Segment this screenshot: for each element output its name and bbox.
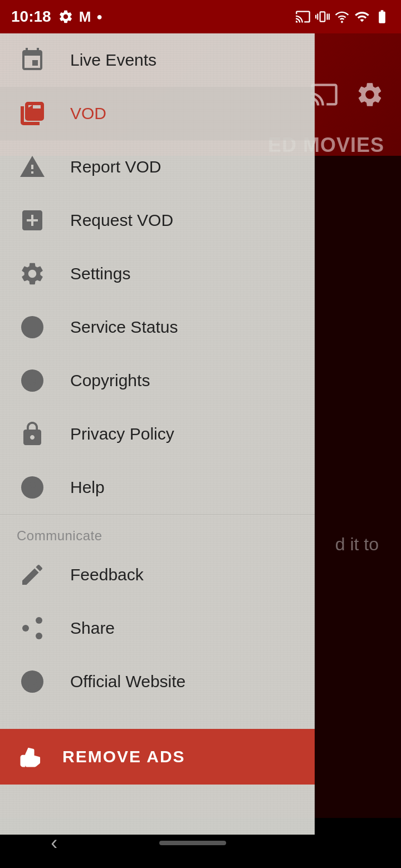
- remove-ads-button[interactable]: REMOVE ADS: [0, 729, 315, 785]
- globe-icon: [17, 666, 48, 697]
- drawer: Live Events VOD Report VOD Request VOD: [0, 33, 315, 835]
- sidebar-item-report-vod[interactable]: Report VOD: [0, 140, 315, 194]
- status-left-group: 10:18 M ●: [11, 8, 102, 26]
- status-icons-left: M ●: [58, 8, 103, 26]
- svg-text:c: c: [28, 373, 36, 388]
- warning-icon: [17, 151, 48, 183]
- sidebar-item-vod[interactable]: VOD: [0, 87, 315, 140]
- status-time: 10:18: [11, 8, 51, 26]
- svg-point-7: [36, 633, 42, 639]
- gmail-icon: M: [79, 8, 91, 26]
- sidebar-item-help[interactable]: Help: [0, 461, 315, 514]
- sidebar-item-share[interactable]: Share: [0, 601, 315, 655]
- edit-icon: [17, 559, 48, 590]
- settings-label: Settings: [70, 264, 130, 283]
- remove-ads-label: REMOVE ADS: [62, 747, 185, 766]
- request-vod-label: Request VOD: [70, 211, 173, 230]
- service-status-label: Service Status: [70, 318, 178, 337]
- feedback-label: Feedback: [70, 565, 144, 584]
- check-circle-icon: [17, 312, 48, 343]
- remove-ads-icon: [17, 742, 46, 771]
- sidebar-item-copyrights[interactable]: c Copyrights: [0, 354, 315, 407]
- settings-icon: [58, 9, 74, 24]
- share-label: Share: [70, 619, 115, 638]
- svg-point-5: [36, 617, 42, 624]
- svg-line-9: [28, 622, 36, 627]
- back-button[interactable]: ‹: [51, 831, 57, 855]
- wifi-icon: [354, 9, 370, 24]
- help-circle-icon: [17, 472, 48, 503]
- signal-icon: [334, 9, 350, 24]
- share-icon: [17, 613, 48, 644]
- sidebar-item-request-vod[interactable]: Request VOD: [0, 194, 315, 247]
- home-indicator[interactable]: [159, 841, 226, 845]
- vod-label: VOD: [70, 104, 106, 123]
- status-icons-right: [295, 9, 390, 24]
- sidebar-item-privacy-policy[interactable]: Privacy Policy: [0, 407, 315, 461]
- sidebar-item-feedback[interactable]: Feedback: [0, 548, 315, 601]
- sidebar-item-settings[interactable]: Settings: [0, 247, 315, 300]
- calendar-clock-icon: [17, 45, 48, 76]
- bg-bottom-text: d it to: [335, 534, 379, 555]
- cast-icon: [295, 9, 311, 24]
- svg-line-8: [28, 630, 36, 634]
- plus-box-icon: [17, 205, 48, 236]
- copyright-icon: c: [17, 365, 48, 396]
- bg-settings-icon: [355, 80, 384, 109]
- sidebar-item-service-status[interactable]: Service Status: [0, 300, 315, 354]
- vibrate-icon: [315, 9, 330, 24]
- gear-icon: [17, 258, 48, 289]
- sidebar-item-official-website[interactable]: Official Website: [0, 655, 315, 708]
- svg-point-6: [22, 625, 29, 632]
- lock-icon: [17, 418, 48, 450]
- battery-icon: [374, 9, 390, 24]
- report-vod-label: Report VOD: [70, 157, 161, 176]
- status-bar: 10:18 M ●: [0, 0, 401, 33]
- help-label: Help: [70, 478, 105, 497]
- communicate-section-header: Communicate: [0, 515, 315, 548]
- sidebar-item-live-events[interactable]: Live Events: [0, 33, 315, 87]
- privacy-policy-label: Privacy Policy: [70, 425, 174, 443]
- live-events-label: Live Events: [70, 51, 157, 70]
- notification-dot: ●: [96, 11, 102, 23]
- clapperboard-icon: [17, 98, 48, 129]
- copyrights-label: Copyrights: [70, 371, 150, 390]
- official-website-label: Official Website: [70, 672, 185, 691]
